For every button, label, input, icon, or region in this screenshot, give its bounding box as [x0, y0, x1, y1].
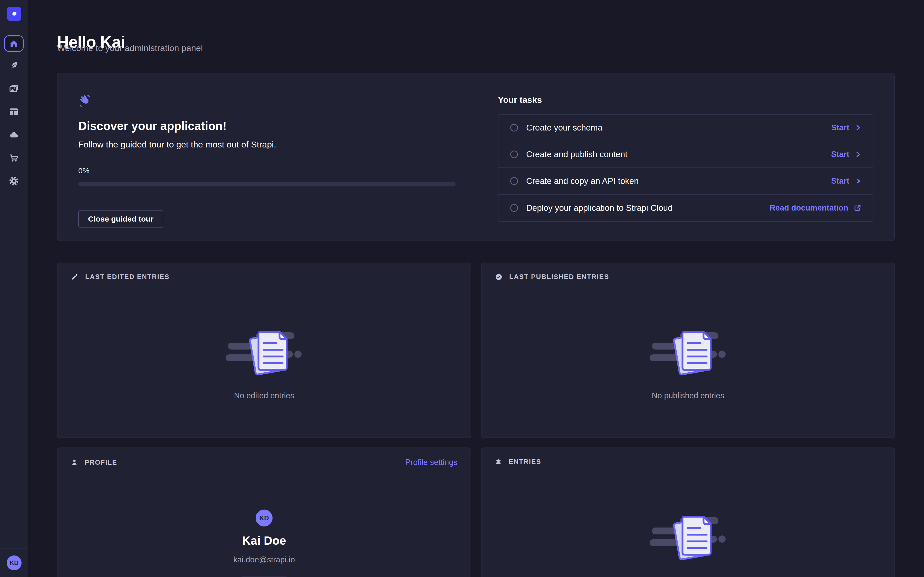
sidebar-item-media-library[interactable] — [9, 84, 19, 94]
profile-name: Kai Doe — [242, 533, 286, 548]
guided-tour-card: Discover your application! Follow the gu… — [57, 73, 895, 241]
sidebar-item-deploy[interactable] — [9, 130, 19, 140]
task-label: Create and publish content — [526, 150, 831, 159]
sidebar-item-content-type-builder[interactable] — [9, 107, 19, 117]
task-status-circle-icon — [510, 177, 518, 185]
illustration-slot — [649, 512, 727, 564]
last-edited-entries-card: LAST EDITED ENTRIES No edited entries — [57, 263, 471, 438]
task-row[interactable]: Create and copy an API token Start — [498, 168, 873, 195]
task-label: Create your schema — [526, 123, 831, 132]
chevron-right-icon — [855, 151, 861, 158]
sidebar-nav — [0, 28, 28, 186]
close-guided-tour-button[interactable]: Close guided tour — [78, 210, 163, 228]
empty-state-text: No edited entries — [234, 391, 294, 400]
layout-icon — [9, 107, 19, 117]
task-status-circle-icon — [510, 204, 518, 212]
task-action-label: Start — [831, 150, 849, 159]
tasks-list: Create your schema Start Create and publ… — [498, 114, 874, 222]
progress-bar — [78, 182, 456, 187]
task-status-circle-icon — [510, 150, 518, 158]
home-icon — [9, 39, 18, 48]
task-status-circle-icon — [510, 124, 518, 132]
page-subtitle: Welcome to your administration panel — [57, 43, 203, 53]
puzzle-icon — [495, 458, 502, 466]
task-label: Deploy your application to Strapi Cloud — [526, 203, 769, 213]
task-start-link[interactable]: Start — [831, 150, 861, 159]
strapi-logo-button[interactable] — [0, 0, 28, 28]
progress-label: 0% — [78, 166, 456, 175]
cloud-icon — [9, 129, 19, 140]
strapi-admin-homepage: KD Hello Kai Welcome to your administrat… — [0, 0, 924, 577]
waving-hand-icon — [78, 94, 91, 108]
documents-illustration — [226, 327, 303, 379]
guided-tour-panel: Discover your application! Follow the gu… — [58, 73, 477, 240]
feather-icon — [9, 61, 19, 71]
task-action-label: Start — [831, 176, 849, 186]
illustration-slot — [649, 327, 727, 380]
strapi-logo-icon — [7, 6, 21, 21]
chevron-right-icon — [855, 178, 861, 184]
task-start-link[interactable]: Start — [831, 176, 861, 186]
card-title: ENTRIES — [509, 458, 541, 466]
sidebar-item-content-manager[interactable] — [9, 61, 19, 71]
person-icon — [71, 459, 78, 466]
gear-icon — [9, 176, 19, 187]
empty-state-text: No published entries — [652, 576, 724, 577]
task-read-documentation-link[interactable]: Read documentation — [769, 203, 861, 213]
task-row[interactable]: Create your schema Start — [498, 114, 873, 141]
documents-illustration — [649, 512, 727, 563]
task-row[interactable]: Create and publish content Start — [498, 141, 873, 168]
sidebar-item-home[interactable] — [4, 35, 24, 52]
profile-email: kai.doe@strapi.io — [233, 555, 295, 564]
pencil-icon — [71, 273, 79, 281]
last-published-entries-card: LAST PUBLISHED ENTRIES No published entr… — [481, 263, 895, 438]
sidebar: KD — [0, 0, 28, 577]
tasks-title: Your tasks — [498, 95, 874, 105]
card-title: LAST PUBLISHED ENTRIES — [509, 273, 609, 281]
card-title: LAST EDITED ENTRIES — [85, 273, 170, 281]
task-action-label: Read documentation — [769, 203, 848, 213]
task-start-link[interactable]: Start — [831, 123, 861, 132]
guided-tour-subtitle: Follow the guided tour to get the most o… — [78, 140, 456, 150]
task-label: Create and copy an API token — [526, 176, 831, 186]
cart-icon — [9, 153, 19, 163]
external-link-icon — [854, 205, 861, 211]
images-icon — [9, 84, 19, 94]
check-circle-icon — [495, 273, 502, 281]
task-row[interactable]: Deploy your application to Strapi Cloud … — [498, 195, 873, 221]
illustration-slot — [226, 327, 303, 380]
user-avatar[interactable]: KD — [6, 556, 21, 571]
task-action-label: Start — [831, 123, 849, 132]
sidebar-item-marketplace[interactable] — [9, 153, 19, 163]
tasks-panel: Your tasks Create your schema Start Crea… — [477, 73, 894, 240]
entries-card: ENTRIES No published entries — [481, 448, 895, 577]
sidebar-user[interactable]: KD — [0, 548, 28, 577]
chevron-right-icon — [855, 125, 861, 131]
card-title: PROFILE — [85, 459, 117, 466]
profile-settings-link[interactable]: Profile settings — [405, 458, 457, 467]
profile-card: PROFILE Profile settings KD Kai Doe kai.… — [57, 448, 471, 577]
profile-avatar: KD — [256, 509, 273, 527]
empty-state-text: No published entries — [652, 391, 724, 400]
guided-tour-title: Discover your application! — [78, 119, 456, 133]
sidebar-item-settings[interactable] — [9, 176, 19, 186]
documents-illustration — [649, 327, 727, 379]
